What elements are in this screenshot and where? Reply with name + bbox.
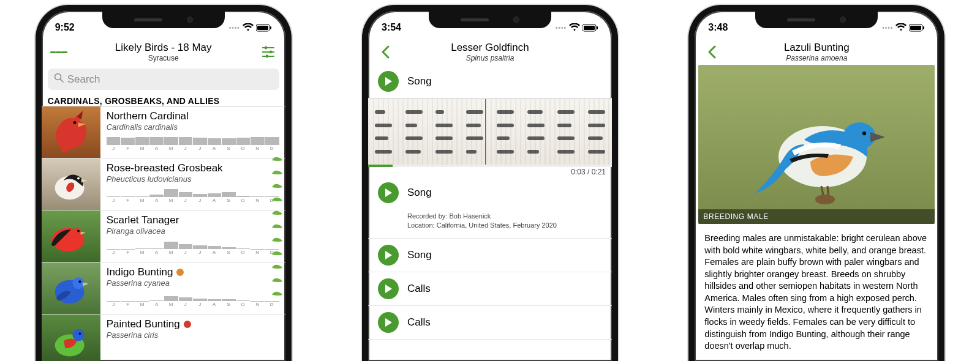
back-icon[interactable] [703,43,720,61]
bird-thumbnail [42,314,100,361]
svg-point-11 [73,121,76,124]
svg-marker-26 [385,77,392,86]
phone-likely-birds: 9:52 •••• Likely Birds - 18 May Syracuse… [36,5,292,361]
page-subtitle: Spinus psaltria [394,54,586,62]
svg-rect-33 [923,26,924,29]
phone-species: 3:48 •••• Lazuli Bunting Passerina amoen… [688,5,944,361]
bird-thumbnail [42,106,100,158]
device-notch [429,11,551,28]
play-icon[interactable] [378,182,399,203]
page-subtitle: Syracuse [67,54,260,62]
svg-marker-27 [385,188,392,197]
status-time: 9:52 [55,22,75,33]
bird-sci-name: Pheucticus ludovicianus [107,174,279,184]
battery-icon [582,24,598,32]
svg-point-22 [78,333,80,335]
time-display: 0:03 / 0:21 [368,167,612,176]
hero-image[interactable]: BREEDING MALE [698,65,935,224]
back-icon[interactable] [377,43,394,61]
track-metadata: Recorded by: Bob Hasenick Location: Cali… [378,212,557,231]
cellular-icon: •••• [556,24,567,31]
svg-point-16 [77,230,80,233]
page-subtitle: Passerina amoena [720,54,913,62]
cellular-icon: •••• [229,24,240,31]
svg-rect-24 [584,26,595,30]
device-notch [102,11,225,28]
bird-row[interactable]: Painted Bunting Passerina ciris [42,314,285,361]
search-placeholder: Search [67,73,100,86]
device-notch [755,11,878,28]
bird-common-name: Rose-breasted Grosbeak [107,162,223,174]
svg-point-21 [72,329,84,341]
cellular-icon: •••• [882,24,893,31]
bird-common-name: Northern Cardinal [107,110,189,122]
bird-sci-name: Piranga olivacea [107,226,279,236]
page-title: Lesser Goldfinch [394,42,586,54]
svg-rect-1 [257,26,268,30]
bird-row[interactable]: Rose-breasted Grosbeak Pheucticus ludovi… [42,158,285,210]
play-icon[interactable] [378,278,399,299]
abundance-chart: JFMAMJJASOND [107,188,279,202]
svg-line-10 [60,80,63,83]
phone-audio: 3:54 •••• Lesser Goldfinch Spinus psaltr… [362,5,618,361]
species-description: Breeding males are unmistakable: bright … [695,224,938,352]
bird-sci-name: Passerina ciris [107,330,279,340]
bird-row[interactable]: Scarlet Tanager Piranga olivacea JFMAMJJ… [42,210,285,262]
svg-rect-32 [910,26,921,30]
bird-common-name: Scarlet Tanager [107,214,179,226]
audio-track-row[interactable]: Song Recorded by: Bob Hasenick Location:… [368,176,612,239]
battery-icon [909,24,925,32]
menu-icon[interactable] [50,43,67,61]
spectrogram[interactable] [368,99,612,165]
track-label: Song [407,249,432,261]
bird-sci-name: Passerina cyanea [107,278,279,288]
bird-thumbnail [42,262,100,314]
bird-row[interactable]: Indigo Bunting Passerina cyanea JFMAMJJA… [42,262,285,314]
svg-marker-28 [385,251,392,259]
play-icon[interactable] [378,312,399,333]
play-icon[interactable] [378,71,399,92]
nav-bar: Lesser Goldfinch Spinus psaltria [368,38,612,65]
track-label: Calls [407,316,431,329]
bird-thumbnail [42,158,100,210]
audio-track-row[interactable]: Song [368,65,612,99]
abundance-chart: JFMAMJJASOND [107,292,279,306]
search-input[interactable]: Search [48,69,279,90]
nav-bar: Likely Birds - 18 May Syracuse [42,38,285,65]
svg-point-13 [77,177,80,179]
track-label: Song [407,187,432,199]
bird-common-name: Painted Bunting [107,318,180,330]
svg-marker-30 [385,318,392,327]
wifi-icon [243,23,254,32]
nav-bar: Lazuli Bunting Passerina amoena [695,38,938,65]
play-icon[interactable] [378,245,399,266]
bird-row[interactable]: Northern Cardinal Cardinalis cardinalis … [42,106,285,158]
track-label: Song [407,75,432,87]
track-label: Calls [407,283,431,295]
svg-point-19 [78,280,81,283]
status-time: 3:48 [708,22,728,33]
wifi-icon [569,23,580,32]
wifi-icon [895,23,907,32]
svg-point-18 [72,277,84,289]
audio-track-row[interactable]: Calls [368,272,612,306]
playhead [485,99,486,165]
page-title: Lazuli Bunting [720,42,913,54]
index-silhouettes[interactable] [268,38,285,297]
svg-point-36 [862,132,866,135]
section-header: CARDINALS, GROSBEAKS, AND ALLIES [42,94,285,106]
rarity-badge [184,321,191,328]
abundance-chart: JFMAMJJASOND [107,240,279,254]
audio-track-row[interactable]: Song [368,239,612,272]
bird-common-name: Indigo Bunting [107,266,173,278]
svg-marker-29 [385,285,392,293]
svg-point-4 [264,47,267,50]
abundance-chart: JFMAMJJASOND [107,136,279,150]
rarity-badge [176,269,184,276]
bird-thumbnail [42,210,100,262]
status-time: 3:54 [382,22,401,33]
svg-rect-2 [270,26,271,29]
audio-track-row[interactable]: Calls [368,306,612,340]
page-title: Likely Birds - 18 May [67,42,260,54]
search-icon [54,73,64,86]
